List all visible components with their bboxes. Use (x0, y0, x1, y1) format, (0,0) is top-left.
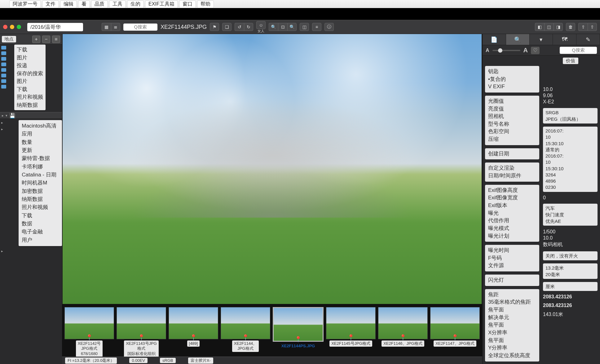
share-icon[interactable]: ⇧ (588, 23, 597, 31)
sidebar-item[interactable]: 纳斯数据 (17, 101, 43, 109)
volume-item[interactable]: 卡塔利娜 (22, 163, 59, 171)
minimize-window-icon[interactable] (10, 25, 14, 29)
volume-item[interactable]: 更新 (22, 146, 59, 154)
geo-pin-icon: 📍 (452, 334, 458, 341)
zoom-out-icon[interactable]: 🔍 (269, 23, 278, 31)
thumbnail[interactable]: 📍 (117, 307, 166, 339)
zoom-window-icon[interactable] (17, 25, 21, 29)
zoom-fit-icon[interactable]: ⊡ (278, 23, 287, 31)
font-large-icon[interactable]: A (523, 47, 528, 54)
volume-item[interactable]: 电子金融 (22, 228, 59, 236)
volume-item[interactable]: 应用 (22, 130, 59, 138)
thumbnail[interactable]: 📍 (326, 307, 376, 339)
menu-help[interactable]: 帮助 (197, 0, 214, 8)
inspector-search[interactable]: Q搜索 (560, 47, 597, 54)
volume-item[interactable]: 加密数据 (22, 187, 59, 195)
info-icon[interactable]: ⓘ (324, 23, 334, 31)
menu-view[interactable]: 看 (78, 0, 90, 8)
thumbnail[interactable]: 📍 (64, 307, 114, 339)
volume-item[interactable]: 纳斯数据 (22, 195, 59, 203)
exif-key-column: 钥匙•复合的V EXIF光圈值亮度值照相机型号名称色彩空间压缩创建日期自定义渲染… (485, 66, 539, 358)
sidebar-item[interactable]: 下载 (17, 46, 43, 54)
volume-item[interactable]: Catalina - 日期 (22, 171, 59, 179)
sidebar-item[interactable]: 保存的搜索 (17, 70, 43, 78)
rotate-right-icon[interactable]: ↻ (244, 23, 253, 31)
panel-split-icon[interactable]: ◫ (544, 23, 554, 31)
current-filename: XE2F1144PS.JPG (161, 24, 207, 30)
volume-item[interactable]: 下载 (22, 212, 59, 220)
sidebar-item[interactable]: 图片 (17, 54, 43, 62)
grid-view-icon[interactable]: ▦ (102, 23, 111, 31)
volume-item[interactable]: 照片和视频 (22, 203, 59, 211)
volume-item[interactable]: 时间机器M (22, 179, 59, 187)
add-place-button[interactable]: + (32, 36, 40, 43)
menu-quality[interactable]: 品质 (91, 0, 108, 8)
list-view-icon[interactable]: ≣ (111, 23, 120, 31)
sidebar-item[interactable]: 投递 (17, 62, 43, 70)
menu-raw[interactable]: 生的 (127, 0, 144, 8)
favorite-icon[interactable]: ♡ (531, 47, 540, 54)
inspector-body[interactable]: 钥匙•复合的V EXIF光圈值亮度值照相机型号名称色彩空间压缩创建日期自定义渲染… (483, 64, 600, 364)
tab-map-icon[interactable]: 🗺 (553, 34, 576, 45)
crop-icon[interactable]: ◫ (300, 23, 309, 31)
adjust-icon[interactable]: ≡ (312, 23, 321, 31)
thumbnail[interactable]: 📍 (221, 307, 270, 339)
volume-item[interactable]: 数据 (22, 220, 59, 228)
exif-key-group: 焦距35毫米格式的焦距焦平面解决单元焦平面X分辨率焦平面Y分辨率全球定位系统高度 (485, 289, 539, 362)
person-icon[interactable]: ☺ (256, 21, 266, 29)
zoom-in-icon[interactable]: 🔍 (287, 23, 297, 31)
thumbnail-label: XE2F1143号JPG格式国际标准化组织400 (124, 340, 159, 357)
menu-window[interactable]: 窗口 (179, 0, 196, 8)
sidebar-header: 地点 + − ≡ (0, 34, 62, 45)
menu-exif[interactable]: EXIF工具箱 (145, 0, 178, 8)
thumbnail[interactable]: 📍 (430, 307, 480, 339)
exif-key-group: 钥匙•复合的V EXIF (485, 66, 539, 93)
export-icon[interactable]: ⇪ (578, 23, 588, 31)
thumbnail[interactable]: 📍 (169, 307, 218, 339)
geo-pin-icon: 📍 (86, 334, 93, 341)
center-pane: 📍XE2F1142号JPG格式678/1680📍XE2F1143号JPG格式国际… (62, 34, 482, 364)
close-window-icon[interactable] (3, 25, 7, 29)
flag-icon[interactable]: ⚑ (210, 23, 219, 31)
status-ev: 0.00EV (129, 358, 148, 363)
disclosure-icon[interactable]: ▸ (2, 114, 4, 118)
sidebar-item[interactable]: 下载 (17, 85, 43, 93)
tab-search-icon[interactable]: 🔍 (506, 34, 530, 45)
panel-left-icon[interactable]: ◧ (535, 23, 544, 31)
menu-edit[interactable]: 编辑 (60, 0, 77, 8)
panel-right-icon[interactable]: ◨ (554, 23, 563, 31)
tab-filter-icon[interactable]: ▾ (530, 34, 553, 45)
disclosure-icon[interactable]: ▾ (6, 114, 7, 118)
exif-value: 143.01米 (543, 311, 598, 318)
volume-item[interactable]: Macintosh高清 (22, 122, 59, 130)
rotate-left-icon[interactable]: ↺ (235, 23, 244, 31)
path-field[interactable]: /2016/温哥华 (27, 23, 83, 31)
sidebar-item[interactable]: 照片和视频 (17, 93, 43, 101)
tag-icon[interactable]: ❏ (222, 23, 232, 31)
menu-tools[interactable]: 工具 (109, 0, 126, 8)
thumbnail[interactable]: 📍 (378, 307, 428, 339)
disclosure-icon[interactable]: ▸ (1, 121, 4, 125)
remove-place-button[interactable]: − (42, 36, 50, 43)
volume-item[interactable]: 数量 (22, 138, 59, 146)
font-small-icon[interactable]: A (486, 48, 489, 53)
menu-app[interactable]: 阿波罗一号 (9, 0, 41, 8)
volume-item[interactable]: 蒙特雷-数据 (22, 154, 59, 162)
exif-key-group: 曝光时间F号码文件源 (485, 245, 539, 271)
inspector-tabs: 📄 🔍 ▾ 🗺 ✎ (483, 34, 600, 45)
places-menu-button[interactable]: ≡ (52, 36, 60, 43)
font-size-slider[interactable] (492, 50, 520, 51)
menu-file[interactable]: 文件 (42, 0, 59, 8)
sidebar-item[interactable]: 图片 (17, 77, 43, 85)
exif-key-group: 光圈值亮度值照相机型号名称色彩空间压缩 (485, 96, 539, 145)
tab-edit-icon[interactable]: ✎ (576, 34, 600, 45)
disclosure-icon[interactable]: ▸ (1, 127, 4, 131)
image-viewer[interactable] (63, 34, 482, 304)
volume-item[interactable]: 用户 (22, 236, 59, 244)
tab-info-icon[interactable]: 📄 (483, 34, 506, 45)
exif-values-top: 10.0 9.06 X-E2 (543, 86, 598, 105)
trash-icon[interactable]: 🗑 (566, 23, 575, 31)
disclosure-icon[interactable]: ▸ (1, 249, 3, 253)
toolbar-search[interactable]: Q搜索 (123, 24, 157, 31)
thumbnail[interactable]: 📍 (273, 307, 324, 342)
